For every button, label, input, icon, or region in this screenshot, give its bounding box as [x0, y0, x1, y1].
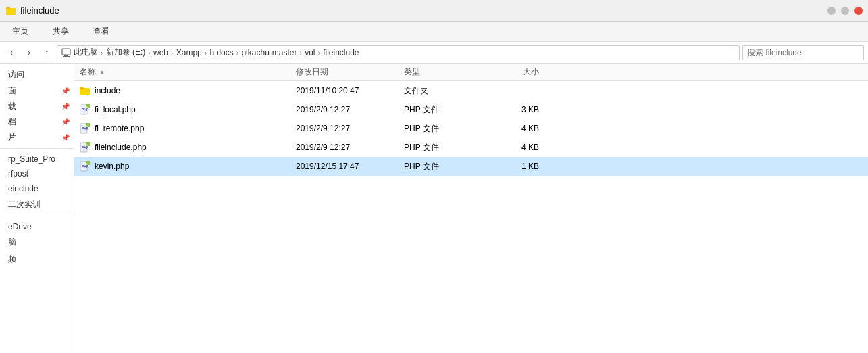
sidebar-item-desktop[interactable]: 面 📌: [0, 83, 74, 99]
sidebar-divider-2: [0, 216, 74, 216]
table-row[interactable]: PHP + kevin.php 2019/12/15 17:47 PHP 文件 …: [74, 157, 868, 176]
sidebar-divider-1: [0, 148, 74, 149]
folder-icon: [80, 86, 91, 95]
title-bar: fileinclude: [0, 0, 868, 22]
sidebar-item-einclude[interactable]: einclude: [0, 181, 74, 196]
path-segment-pc[interactable]: 此电脑: [74, 47, 98, 58]
path-segment-web[interactable]: web: [153, 48, 168, 57]
address-path[interactable]: 此电脑 › 新加卷 (E:) › web › Xampp › htdocs › …: [57, 45, 740, 60]
main-layout: 访问 面 📌 载 📌 档 📌 片 📌 rp_Suite_Pro rfpost e…: [0, 64, 868, 353]
pin-icon-downloads[interactable]: 📌: [61, 103, 70, 110]
path-segment-fileinclude[interactable]: fileinclude: [323, 48, 359, 57]
col-header-type[interactable]: 类型: [404, 66, 485, 78]
file-list-header: 名称 ▲ 修改日期 类型 大小: [74, 64, 868, 81]
maximize-button[interactable]: [841, 7, 849, 15]
file-list: include 2019/11/10 20:47 文件夹 PHP + fi_lo: [74, 81, 868, 353]
ribbon: 主页 共享 查看: [0, 22, 868, 42]
file-list-container: 名称 ▲ 修改日期 类型 大小 include 2019/11/10 20:4: [74, 64, 868, 353]
sidebar-item-pictures[interactable]: 片 📌: [0, 130, 74, 145]
path-segment-xampp[interactable]: Xampp: [176, 48, 202, 57]
table-row[interactable]: PHP + fileinclude.php 2019/2/9 12:27 PHP…: [74, 138, 868, 157]
pin-icon-pictures[interactable]: 📌: [61, 134, 70, 141]
ribbon-tab-view[interactable]: 查看: [88, 23, 115, 40]
table-row[interactable]: include 2019/11/10 20:47 文件夹: [74, 81, 868, 100]
folder-title-icon: [5, 5, 16, 16]
minimize-button[interactable]: [827, 7, 836, 15]
svg-text:+: +: [86, 105, 88, 109]
php-file-icon: PHP +: [80, 104, 91, 115]
php-file-icon: PHP +: [80, 161, 91, 172]
path-segment-vul[interactable]: vul: [305, 48, 315, 57]
title-text: fileinclude: [20, 5, 59, 16]
computer-icon: [61, 48, 71, 57]
nav-back-button[interactable]: ‹: [4, 45, 19, 60]
svg-rect-7: [80, 89, 90, 95]
sort-arrow-name: ▲: [99, 68, 105, 76]
nav-forward-button[interactable]: ›: [22, 45, 36, 60]
svg-rect-2: [62, 49, 70, 55]
sidebar-item-onedrive[interactable]: eDrive: [0, 219, 74, 234]
sidebar-item-computer[interactable]: 脑: [0, 234, 74, 251]
close-button[interactable]: [854, 7, 863, 15]
php-file-icon: PHP +: [80, 123, 91, 134]
ribbon-tab-home[interactable]: 主页: [7, 23, 34, 40]
path-segment-pikachu[interactable]: pikachu-master: [241, 48, 297, 57]
table-row[interactable]: PHP + fi_local.php 2019/2/9 12:27 PHP 文件…: [74, 100, 868, 119]
col-header-size[interactable]: 大小: [485, 66, 539, 78]
col-header-name[interactable]: 名称 ▲: [80, 66, 296, 78]
search-input[interactable]: [742, 45, 864, 60]
sidebar: 访问 面 📌 载 📌 档 📌 片 📌 rp_Suite_Pro rfpost e…: [0, 64, 74, 353]
path-segment-drive[interactable]: 新加卷 (E:): [106, 47, 146, 58]
col-header-date[interactable]: 修改日期: [296, 66, 404, 78]
sidebar-item-downloads[interactable]: 载 📌: [0, 99, 74, 114]
svg-text:+: +: [86, 162, 88, 166]
sidebar-item-burp[interactable]: rp_Suite_Pro: [0, 151, 74, 166]
sidebar-item-access[interactable]: 访问: [0, 66, 74, 83]
php-file-icon: PHP +: [80, 142, 91, 153]
svg-rect-1: [6, 7, 10, 9]
sidebar-item-docs[interactable]: 档 📌: [0, 114, 74, 130]
pin-icon-docs[interactable]: 📌: [61, 118, 70, 126]
sidebar-item-video[interactable]: 频: [0, 251, 74, 268]
path-segment-htdocs[interactable]: htdocs: [209, 48, 233, 57]
nav-up-button[interactable]: ↑: [39, 45, 54, 60]
pin-icon-desktop[interactable]: 📌: [61, 87, 70, 95]
sidebar-item-training[interactable]: 二次实训: [0, 196, 74, 213]
address-bar: ‹ › ↑ 此电脑 › 新加卷 (E:) › web › Xampp › htd…: [0, 42, 868, 64]
sidebar-item-rfpost[interactable]: rfpost: [0, 166, 74, 181]
svg-text:+: +: [86, 124, 88, 128]
ribbon-tab-share[interactable]: 共享: [47, 23, 74, 40]
table-row[interactable]: PHP + fi_remote.php 2019/2/9 12:27 PHP 文…: [74, 119, 868, 138]
svg-text:+: +: [86, 143, 88, 147]
